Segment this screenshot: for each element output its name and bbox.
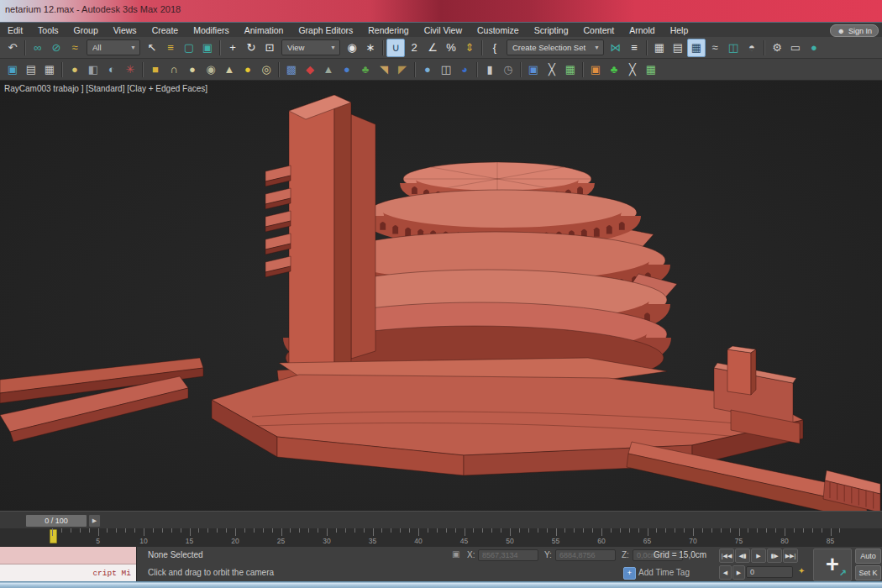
menu-item-views[interactable]: Views bbox=[106, 24, 144, 38]
menu-item-group[interactable]: Group bbox=[66, 24, 106, 38]
fan-icon[interactable]: ✳ bbox=[121, 60, 139, 79]
select-move-icon[interactable]: + bbox=[223, 39, 242, 57]
sphere-dark-icon[interactable]: ◕ bbox=[455, 60, 474, 79]
y-coordinate-field[interactable]: 6884,8756 bbox=[555, 549, 616, 561]
snap-2d-icon[interactable]: 2 bbox=[405, 39, 423, 57]
next-frame-button[interactable]: ▶ bbox=[732, 565, 745, 580]
snaps-toggle-icon[interactable]: ∪ bbox=[386, 39, 405, 57]
align-icon[interactable]: ≡ bbox=[625, 39, 643, 57]
select-and-link-icon[interactable]: ∞ bbox=[29, 39, 47, 57]
play-button[interactable]: ▶ bbox=[751, 549, 766, 563]
folder-icon[interactable]: ■ bbox=[146, 60, 165, 79]
next-key-button[interactable]: ▮▶ bbox=[767, 549, 782, 563]
menu-item-help[interactable]: Help bbox=[663, 24, 696, 38]
listener-line[interactable]: cript Mi bbox=[0, 564, 136, 581]
perspective-viewport[interactable]: RayCam003 trabajo ] [Standard] [Clay + E… bbox=[0, 81, 882, 511]
render-production-icon[interactable]: ● bbox=[805, 39, 823, 57]
bind-spacewarp-icon[interactable]: ≈ bbox=[66, 39, 84, 57]
menu-item-edit[interactable]: Edit bbox=[0, 24, 30, 38]
key-icon[interactable]: + bbox=[623, 567, 636, 580]
render-flags-icon[interactable]: ▣ bbox=[3, 60, 22, 79]
sun-icon[interactable]: ● bbox=[239, 60, 257, 79]
previous-key-button[interactable]: ◀▮ bbox=[735, 549, 750, 563]
solar-panel-icon[interactable]: ▩ bbox=[282, 60, 301, 79]
x-coordinate-field[interactable]: 8567,3134 bbox=[478, 549, 538, 561]
window-crossing-icon[interactable]: ▣ bbox=[198, 39, 217, 57]
track-bar[interactable]: 510152025303540455055606570758085 bbox=[0, 528, 882, 548]
wrench2-icon[interactable]: ╳ bbox=[623, 60, 642, 79]
ring-icon[interactable]: ◎ bbox=[257, 60, 276, 79]
copy-pages-icon[interactable]: ◫ bbox=[437, 60, 455, 79]
material-editor-icon[interactable]: ◓ bbox=[743, 39, 761, 57]
projector-icon[interactable]: ◐ bbox=[102, 60, 121, 79]
image-icon[interactable]: ▦ bbox=[561, 60, 580, 79]
spinner-snap-icon[interactable]: ⇕ bbox=[460, 39, 479, 57]
unlink-selection-icon[interactable]: ⊘ bbox=[47, 39, 66, 57]
sphere-light-icon[interactable]: ● bbox=[183, 60, 202, 79]
scene-explorer-icon[interactable]: ▦ bbox=[650, 39, 669, 57]
percent-snap-icon[interactable]: % bbox=[442, 39, 460, 57]
auto-key-button[interactable]: Auto bbox=[855, 549, 881, 564]
go-to-start-button[interactable]: |◀◀ bbox=[719, 549, 734, 563]
previous-frame-button[interactable]: ◀ bbox=[719, 565, 732, 580]
selection-filter-dropdown[interactable]: All▼ bbox=[87, 39, 140, 55]
go-to-end-button[interactable]: ▶▶| bbox=[783, 549, 798, 563]
eye-icon[interactable]: ◉ bbox=[202, 60, 220, 79]
menu-item-animation[interactable]: Animation bbox=[237, 24, 291, 38]
daylight-globe-icon[interactable]: ● bbox=[338, 60, 356, 79]
state-sets-icon[interactable]: ▤ bbox=[22, 60, 40, 79]
schematic-view-icon[interactable]: ◫ bbox=[724, 39, 743, 57]
title-bar[interactable]: netarium 12.max - Autodesk 3ds Max 2018 bbox=[0, 0, 882, 23]
mirror-icon[interactable]: ⋈ bbox=[606, 39, 625, 57]
menu-item-create[interactable]: Create bbox=[144, 24, 186, 38]
edit-named-selections-icon[interactable]: { bbox=[486, 39, 504, 57]
select-object-icon[interactable]: ↖ bbox=[143, 39, 161, 57]
grid-window-icon[interactable]: ▦ bbox=[40, 60, 59, 79]
wrench-icon[interactable]: ╳ bbox=[543, 60, 561, 79]
menu-item-customize[interactable]: Customize bbox=[470, 24, 527, 38]
clock-icon[interactable]: ◷ bbox=[499, 60, 517, 79]
menu-item-scripting[interactable]: Scripting bbox=[527, 24, 576, 38]
rendered-frame-icon[interactable]: ▭ bbox=[786, 39, 805, 57]
render-setup-icon[interactable]: ⚙ bbox=[768, 39, 786, 57]
selection-lock-icon[interactable]: ▣ bbox=[452, 549, 459, 559]
plant-icon[interactable]: ♣ bbox=[605, 60, 623, 79]
menu-item-rendering[interactable]: Rendering bbox=[360, 24, 416, 38]
reference-coordinate-dropdown[interactable]: View▼ bbox=[281, 39, 340, 55]
earth-icon[interactable]: ● bbox=[418, 60, 437, 79]
spot-cone-icon[interactable]: ▲ bbox=[220, 60, 239, 79]
menu-item-arnold[interactable]: Arnold bbox=[622, 24, 662, 38]
viewport-canvas[interactable] bbox=[0, 81, 882, 511]
dome-icon[interactable]: ∩ bbox=[165, 60, 183, 79]
named-selection-dropdown[interactable]: Create Selection Set▼ bbox=[507, 39, 604, 55]
time-slider-bar[interactable]: 0 / 100 ▶ bbox=[0, 511, 882, 530]
key-filter-icon[interactable]: ✦ bbox=[798, 566, 805, 575]
app-blue-icon[interactable]: ▣ bbox=[524, 60, 543, 79]
ribbon-toggle-icon[interactable]: ▦ bbox=[687, 39, 706, 57]
column-icon[interactable]: ▮ bbox=[480, 60, 499, 79]
add-time-tag[interactable]: Add Time Tag bbox=[638, 568, 690, 577]
menu-item-tools[interactable]: Tools bbox=[30, 24, 66, 38]
undo-icon[interactable]: ↶ bbox=[3, 39, 22, 57]
navigation-plus-button[interactable]: + ↗ bbox=[813, 549, 852, 581]
tree-icon[interactable]: ▲ bbox=[319, 60, 338, 79]
select-scale-icon[interactable]: ⊡ bbox=[260, 39, 279, 57]
curve-editor-icon[interactable]: ≈ bbox=[706, 39, 724, 57]
current-frame-field[interactable]: 0 bbox=[746, 566, 793, 578]
sign-in-button[interactable]: ☻ Sign In bbox=[830, 24, 879, 37]
select-manipulate-icon[interactable]: ∗ bbox=[361, 39, 380, 57]
excavator2-icon[interactable]: ◤ bbox=[393, 60, 412, 79]
next-frame-button[interactable]: ▶ bbox=[88, 514, 101, 528]
select-rotate-icon[interactable]: ↻ bbox=[242, 39, 260, 57]
use-pivot-center-icon[interactable]: ◉ bbox=[343, 39, 361, 57]
camera-icon[interactable]: ◧ bbox=[84, 60, 102, 79]
time-marker[interactable] bbox=[50, 529, 57, 543]
location-pin-icon[interactable]: ◆ bbox=[301, 60, 319, 79]
menu-item-modifiers[interactable]: Modifiers bbox=[186, 24, 237, 38]
time-slider-thumb[interactable]: 0 / 100 bbox=[25, 514, 87, 528]
angle-snap-icon[interactable]: ∠ bbox=[423, 39, 442, 57]
viewport-label[interactable]: RayCam003 trabajo ] [Standard] [Clay + E… bbox=[4, 84, 207, 93]
menu-item-civil-view[interactable]: Civil View bbox=[417, 24, 470, 38]
swatch-orange-icon[interactable]: ▣ bbox=[586, 60, 605, 79]
foliage-icon[interactable]: ♣ bbox=[356, 60, 375, 79]
